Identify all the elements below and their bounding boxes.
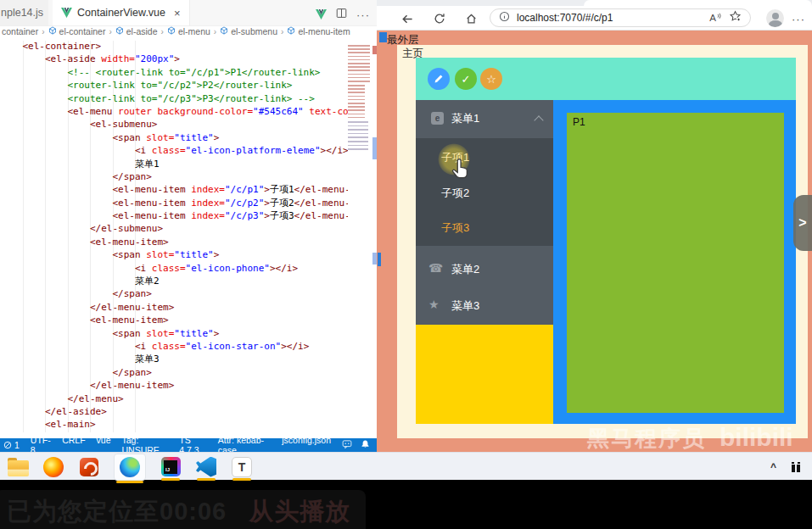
breadcrumb-item[interactable]: el-submenu bbox=[220, 26, 277, 36]
favorite-star-icon[interactable] bbox=[729, 10, 742, 25]
taskbar-file-explorer-icon[interactable] bbox=[7, 456, 29, 478]
tab-example14-js[interactable]: nple14.js bbox=[0, 0, 48, 25]
code-line: <i class="el-icon-phone"></i> bbox=[0, 262, 348, 275]
code-line: <el-container> bbox=[0, 40, 348, 53]
split-editor-icon[interactable] bbox=[336, 7, 347, 22]
submenu-item-zixiang3[interactable]: 子项3 bbox=[441, 220, 469, 236]
code-line: <el-menu router background-color="#545c6… bbox=[0, 105, 348, 118]
star-button[interactable]: ☆ bbox=[480, 68, 502, 90]
refresh-button[interactable] bbox=[433, 12, 446, 25]
edit-button[interactable] bbox=[428, 68, 450, 90]
toast-message: 已为您定位至00:06 bbox=[7, 495, 227, 529]
breadcrumb: container›el-container›el-aside›el-menu›… bbox=[2, 25, 375, 37]
more-actions-icon[interactable]: ··· bbox=[356, 8, 370, 21]
el-menu: e 菜单1 子项1 子项2 子项3 bbox=[416, 100, 553, 325]
router-view-p1: P1 bbox=[567, 113, 784, 413]
tab-label: nple14.js bbox=[1, 7, 43, 19]
mouse-cursor-icon bbox=[451, 158, 469, 180]
taskbar-vscode-icon[interactable] bbox=[195, 456, 217, 478]
breadcrumb-separator: › bbox=[214, 27, 216, 36]
breadcrumb-item[interactable]: el-container bbox=[48, 26, 106, 36]
tab-label: ContainerView.vue bbox=[77, 7, 165, 19]
back-button[interactable] bbox=[400, 12, 414, 25]
breadcrumb-item[interactable]: el-aside bbox=[115, 26, 158, 36]
feedback-icon[interactable] bbox=[342, 439, 352, 451]
breadcrumb-item[interactable]: el-menu bbox=[167, 26, 210, 36]
code-line: <span slot="title"> bbox=[0, 131, 348, 144]
menu-item-caidan2[interactable]: ☎ 菜单2 bbox=[416, 258, 553, 287]
el-main: P1 bbox=[553, 100, 796, 424]
breadcrumb-item[interactable]: container bbox=[2, 26, 38, 36]
taskbar: IJT ^ bbox=[0, 452, 812, 480]
code-editor[interactable]: <el-container> <el-aside width="200px"> … bbox=[0, 40, 348, 435]
editor-tab-bar: nple14.js ContainerView.vue × ··· bbox=[0, 0, 377, 26]
read-aloud-icon[interactable]: A bbox=[709, 13, 722, 23]
typora-logo: T bbox=[232, 457, 252, 477]
menu-item-caidan1[interactable]: e 菜单1 bbox=[416, 107, 553, 136]
vue-devtools-icon[interactable] bbox=[316, 9, 327, 19]
site-info-icon[interactable] bbox=[499, 10, 510, 25]
screen: nple14.js ContainerView.vue × ··· contai… bbox=[0, 0, 812, 529]
code-line: <el-aside width="200px"> bbox=[0, 53, 348, 65]
minimap[interactable] bbox=[347, 42, 372, 381]
code-line: <el-menu-item> bbox=[0, 314, 348, 326]
code-line: <!-- <router-link to="/c/p1">P1</router-… bbox=[0, 66, 348, 79]
profile-avatar[interactable] bbox=[766, 9, 784, 27]
symbol-cube-icon bbox=[48, 26, 57, 36]
home-button[interactable] bbox=[464, 12, 478, 25]
code-line: <el-main> bbox=[0, 418, 348, 431]
eleme-icon: e bbox=[431, 112, 444, 125]
code-line: <i class="el-icon-platform-eleme"></i> bbox=[0, 144, 348, 157]
sidebar: e 菜单1 子项1 子项2 子项3 bbox=[416, 100, 553, 424]
browser-menu-icon[interactable]: ··· bbox=[792, 13, 805, 25]
breadcrumb-separator: › bbox=[109, 27, 111, 36]
symbol-cube-icon bbox=[220, 26, 228, 36]
home-panel: 主页 ✓ ☆ e 菜单1 bbox=[397, 45, 808, 438]
notifications-bell-icon[interactable] bbox=[361, 439, 370, 451]
taskbar-office-icon[interactable] bbox=[78, 456, 100, 478]
code-line: 菜单2 bbox=[0, 275, 348, 287]
check-button[interactable]: ✓ bbox=[455, 68, 477, 90]
breadcrumb-separator: › bbox=[281, 27, 283, 36]
close-tab-icon[interactable]: × bbox=[174, 7, 181, 19]
aside-footer bbox=[416, 325, 553, 424]
code-line: 菜单3 bbox=[0, 353, 348, 365]
address-bar[interactable]: localhost:7070/#/c/p1 A bbox=[490, 8, 751, 27]
code-line: </span> bbox=[0, 366, 348, 379]
code-line: </el-submenu> bbox=[0, 222, 348, 235]
submenu-item-zixiang2[interactable]: 子项2 bbox=[441, 186, 469, 201]
tray-app-icon[interactable] bbox=[790, 461, 802, 473]
toast-action[interactable]: 从头播放 bbox=[249, 495, 350, 529]
edge-window: localhost:7070/#/c/p1 A ··· 最外层 主页 ✓ ☆ bbox=[377, 0, 812, 452]
code-line: <el-menu-item index="/c/p2">子项2</el-menu… bbox=[0, 197, 348, 209]
code-line: </span> bbox=[0, 287, 348, 300]
watermark: 黑马程序员bilibili bbox=[587, 423, 793, 454]
menu-label: 菜单1 bbox=[451, 111, 479, 126]
code-line: <router-link to="/c/p2">P2</router-link> bbox=[0, 79, 348, 92]
system-tray: ^ bbox=[770, 453, 802, 481]
taskbar-typora-icon[interactable]: T bbox=[231, 456, 253, 478]
problems-indicator[interactable]: 1 bbox=[3, 440, 20, 450]
menu-item-caidan3[interactable]: ★ 菜单3 bbox=[416, 294, 553, 323]
next-page-button[interactable]: > bbox=[793, 195, 812, 251]
taskbar-firefox-icon[interactable] bbox=[42, 456, 64, 478]
code-line: <span slot="title"> bbox=[0, 248, 348, 261]
taskbar-intellij-idea-icon[interactable]: IJ bbox=[160, 456, 182, 478]
tab-containerview-vue[interactable]: ContainerView.vue × bbox=[53, 0, 190, 25]
page-body: e 菜单1 子项1 子项2 子项3 bbox=[416, 100, 796, 424]
code-line: <router-link to="/c/p3">P3</router-link>… bbox=[0, 92, 348, 105]
vue-file-icon bbox=[61, 8, 72, 18]
tray-expand-icon[interactable]: ^ bbox=[770, 461, 776, 473]
symbol-cube-icon bbox=[287, 26, 295, 36]
browser-toolbar: localhost:7070/#/c/p1 A ··· bbox=[377, 6, 812, 31]
menu-label: 菜单3 bbox=[451, 298, 479, 314]
p1-label: P1 bbox=[573, 116, 585, 128]
page-header: ✓ ☆ bbox=[416, 58, 796, 100]
blue-marker bbox=[379, 32, 387, 42]
taskbar-edge-icon[interactable] bbox=[114, 454, 146, 481]
code-line: </el-menu-item> bbox=[0, 379, 348, 392]
code-line: <el-menu-item> bbox=[0, 236, 348, 248]
chevron-up-icon bbox=[534, 115, 543, 125]
firefox-logo bbox=[43, 457, 64, 477]
breadcrumb-item[interactable]: el-menu-item bbox=[287, 26, 350, 36]
